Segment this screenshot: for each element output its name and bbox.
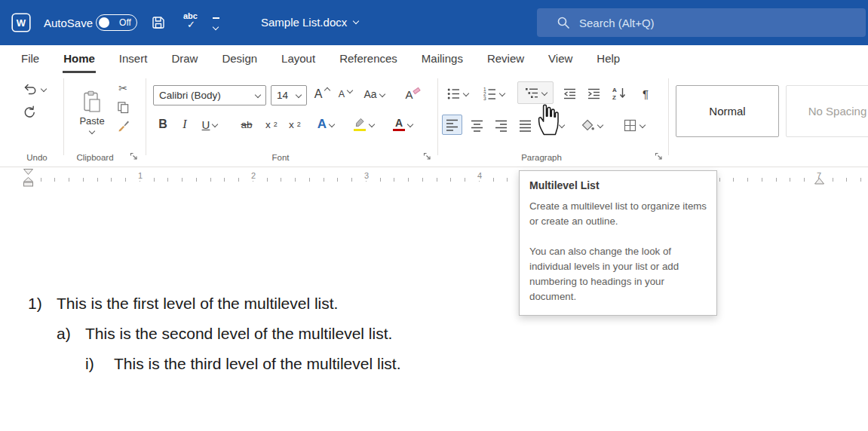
strikethrough-button[interactable]: ab	[235, 115, 258, 134]
align-left-icon	[445, 118, 459, 132]
title-bar: W AutoSave Off abc ✓ Sample List.docx	[0, 0, 868, 45]
paste-button[interactable]: Paste	[72, 77, 112, 146]
document-title[interactable]: Sample List.docx	[261, 16, 358, 29]
quick-access-chevron-button[interactable]	[213, 17, 222, 28]
save-icon[interactable]	[151, 15, 166, 30]
bullets-button[interactable]	[442, 83, 472, 104]
multilevel-chevron-icon	[541, 90, 547, 96]
grow-font-caret-icon	[324, 87, 330, 93]
justify-button[interactable]	[515, 115, 535, 135]
decrease-indent-button[interactable]	[560, 84, 579, 103]
first-line-indent-marker[interactable]	[23, 169, 33, 175]
undo-icon	[22, 81, 38, 96]
ruler-number: 2	[248, 170, 259, 181]
font-name-combo[interactable]: Calibri (Body)	[153, 85, 266, 105]
show-hide-marks-button[interactable]: ¶	[636, 84, 655, 103]
horizontal-ruler[interactable]: 1 2 3 4 5 6 7	[0, 167, 868, 187]
toggle-knob-icon	[99, 17, 109, 28]
change-case-button[interactable]: Aa	[359, 84, 389, 104]
tab-design[interactable]: Design	[221, 45, 258, 73]
tab-layout[interactable]: Layout	[281, 45, 316, 73]
cut-button[interactable]: ✂	[113, 80, 133, 96]
tab-references[interactable]: References	[339, 45, 398, 73]
superscript-digit: 2	[297, 121, 301, 128]
borders-button[interactable]	[617, 115, 650, 135]
increase-indent-button[interactable]	[584, 84, 603, 103]
shrink-font-icon: A	[339, 89, 345, 99]
paragraph-group-label: Paragraph	[510, 153, 573, 162]
underline-icon: U	[202, 118, 210, 131]
search-input[interactable]	[579, 17, 820, 29]
clear-formatting-button[interactable]: A	[401, 84, 424, 104]
svg-text:A: A	[612, 87, 617, 93]
multilevel-list-button[interactable]	[517, 81, 554, 104]
font-size-chevron-icon	[296, 91, 302, 97]
line-spacing-chevron-icon	[559, 122, 565, 128]
tooltip-paragraph-1: Create a multilevel list to organize ite…	[529, 199, 707, 229]
paragraph-dialog-launcher[interactable]	[655, 152, 663, 160]
copy-button[interactable]	[113, 99, 133, 115]
tab-file[interactable]: File	[20, 45, 40, 73]
tooltip-paragraph-2: You can also change the look of individu…	[529, 244, 707, 304]
bold-button[interactable]: B	[154, 115, 172, 134]
decrease-indent-icon	[563, 87, 577, 101]
tab-view[interactable]: View	[547, 45, 573, 73]
document-canvas[interactable]: 1) This is the first level of the multil…	[0, 187, 868, 431]
spell-check-icon[interactable]: abc ✓	[183, 11, 204, 34]
tab-draw[interactable]: Draw	[170, 45, 198, 73]
tab-home[interactable]: Home	[63, 45, 96, 73]
hanging-indent-marker[interactable]	[23, 177, 33, 187]
highlight-color-button[interactable]	[347, 115, 380, 134]
align-right-icon	[494, 118, 508, 133]
tab-mailings[interactable]: Mailings	[421, 45, 464, 73]
right-indent-marker[interactable]	[814, 178, 824, 185]
superscript-button[interactable]: x2	[285, 115, 305, 134]
shading-button[interactable]	[575, 115, 608, 135]
underline-button[interactable]: U	[196, 115, 223, 134]
align-right-button[interactable]	[491, 115, 511, 135]
grow-font-button[interactable]: A	[311, 84, 333, 104]
style-no-spacing[interactable]: No Spacing	[786, 85, 868, 137]
subscript-button[interactable]: x2	[262, 115, 281, 134]
font-color-button[interactable]: A	[386, 115, 419, 134]
document-title-chevron-icon	[353, 18, 359, 24]
sort-button[interactable]: AZ	[608, 83, 630, 103]
line-spacing-button[interactable]	[538, 115, 568, 135]
shrink-font-button[interactable]: A	[335, 84, 356, 104]
svg-text:3: 3	[483, 96, 486, 101]
ruler-number: 4	[474, 170, 485, 181]
font-color-icon: A	[393, 118, 405, 132]
tab-review[interactable]: Review	[486, 45, 525, 73]
tab-help[interactable]: Help	[596, 45, 621, 73]
ruler-number: 3	[361, 170, 372, 181]
tab-insert[interactable]: Insert	[118, 45, 149, 73]
italic-button[interactable]: I	[176, 115, 193, 134]
font-dialog-launcher[interactable]	[423, 152, 431, 160]
autosave-toggle[interactable]: Off	[96, 14, 137, 31]
redo-button[interactable]	[18, 102, 41, 122]
search-icon	[557, 16, 570, 29]
search-bar[interactable]	[537, 8, 866, 37]
bullets-chevron-icon	[462, 90, 468, 96]
ribbon-tab-strip: File Home Insert Draw Design Layout Refe…	[0, 45, 868, 73]
undo-button[interactable]	[15, 78, 53, 99]
format-painter-button[interactable]	[113, 118, 133, 134]
align-center-button[interactable]	[467, 115, 486, 135]
bold-icon: B	[158, 118, 167, 131]
font-size-combo[interactable]: 14	[271, 85, 307, 105]
style-normal-label: Normal	[709, 105, 745, 118]
word-app-icon[interactable]: W	[11, 13, 31, 32]
superscript-icon: x	[289, 119, 294, 130]
clipboard-dialog-launcher[interactable]	[130, 152, 138, 160]
font-color-bar	[393, 129, 405, 132]
numbering-button[interactable]: 123	[478, 83, 508, 104]
word-window: W AutoSave Off abc ✓ Sample List.docx	[0, 0, 868, 431]
align-left-button[interactable]	[442, 115, 462, 135]
ruler-ticks	[27, 178, 868, 182]
style-normal[interactable]: Normal	[676, 85, 779, 137]
subscript-icon: x	[265, 119, 271, 130]
numbered-list-icon: 123	[483, 87, 497, 101]
list-text-level2: This is the second level of the multilev…	[85, 325, 392, 343]
text-effects-button[interactable]: A	[311, 115, 341, 134]
grow-font-icon: A	[314, 87, 323, 101]
